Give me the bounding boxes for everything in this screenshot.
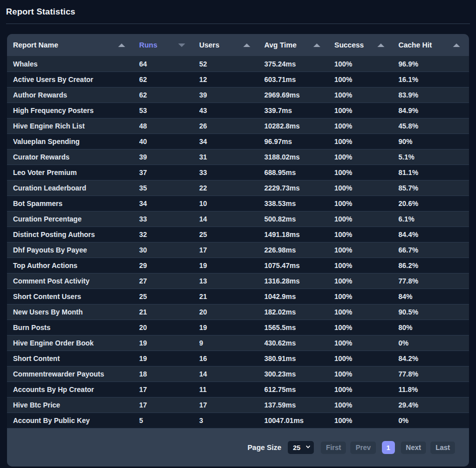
table-row[interactable]: Author Rewards 62 39 2969.69ms 100% 83.9… xyxy=(7,87,469,102)
cell-report-name: Valueplan Spending xyxy=(13,138,139,146)
sort-asc-icon xyxy=(118,44,125,47)
table-row[interactable]: Commentrewarder Payouts 18 14 300.23ms 1… xyxy=(7,366,469,382)
cell-success: 100% xyxy=(334,246,398,254)
column-header-runs[interactable]: Runs xyxy=(139,34,199,56)
current-page-button[interactable]: 1 xyxy=(382,441,395,454)
cell-avg-time: 339.7ms xyxy=(264,106,334,114)
cell-users: 43 xyxy=(199,106,264,114)
cell-success: 100% xyxy=(334,200,398,208)
sort-asc-icon xyxy=(243,44,250,47)
cell-cache-hit: 20.6% xyxy=(398,200,469,208)
cell-report-name: Curation Leaderboard xyxy=(13,184,139,192)
cell-avg-time: 10047.01ms xyxy=(264,416,334,424)
cell-users: 31 xyxy=(199,153,264,161)
cell-users: 3 xyxy=(199,416,264,424)
column-header-report-name[interactable]: Report Name xyxy=(13,34,139,56)
cell-report-name: Top Author Actions xyxy=(13,262,139,270)
column-label: Report Name xyxy=(13,41,58,49)
table-body: Whales 64 52 375.24ms 100% 96.9% Active … xyxy=(7,56,469,428)
cell-cache-hit: 85.7% xyxy=(398,184,469,192)
table-row[interactable]: Accounts By Hp Creator 17 11 612.75ms 10… xyxy=(7,382,469,397)
table-row[interactable]: Hive Engine Order Book 19 9 430.62ms 100… xyxy=(7,335,469,350)
cell-cache-hit: 84.9% xyxy=(398,106,469,114)
cell-report-name: Short Content xyxy=(13,354,139,362)
cell-avg-time: 2229.73ms xyxy=(264,184,334,192)
table-row[interactable]: Hive Engine Rich List 48 26 10282.8ms 10… xyxy=(7,118,469,134)
cell-report-name: Bot Spammers xyxy=(13,200,139,208)
cell-avg-time: 96.97ms xyxy=(264,138,334,146)
cell-avg-time: 1042.9ms xyxy=(264,292,334,300)
cell-success: 100% xyxy=(334,76,398,84)
cell-report-name: High Frequency Posters xyxy=(13,106,139,114)
table-row[interactable]: Curator Rewards 39 31 3188.02ms 100% 5.1… xyxy=(7,149,469,164)
table-row[interactable]: Active Users By Creator 62 12 603.71ms 1… xyxy=(7,72,469,87)
cell-report-name: Distinct Posting Authors xyxy=(13,230,139,238)
cell-users: 16 xyxy=(199,354,264,362)
table-row[interactable]: Burn Posts 20 19 1565.5ms 100% 80% xyxy=(7,320,469,335)
cell-success: 100% xyxy=(334,386,398,394)
column-header-success[interactable]: Success xyxy=(334,34,398,56)
table-row[interactable]: Bot Spammers 34 10 338.53ms 100% 20.6% xyxy=(7,196,469,211)
first-page-button[interactable]: First xyxy=(321,442,346,454)
cell-cache-hit: 6.1% xyxy=(398,215,469,223)
table-row[interactable]: Dhf Payouts By Payee 30 17 226.98ms 100%… xyxy=(7,242,469,258)
table-row[interactable]: Top Author Actions 29 19 1075.47ms 100% … xyxy=(7,258,469,273)
table-row[interactable]: Curation Leaderboard 35 22 2229.73ms 100… xyxy=(7,180,469,196)
table-row[interactable]: Hive Btc Price 17 17 137.59ms 100% 29.4% xyxy=(7,397,469,412)
table-row[interactable]: Comment Post Activity 27 13 1316.28ms 10… xyxy=(7,273,469,288)
column-label: Success xyxy=(334,41,364,49)
report-statistics-table: Report Name Runs Users Avg Time Success … xyxy=(7,34,469,466)
table-row[interactable]: Whales 64 52 375.24ms 100% 96.9% xyxy=(7,56,469,72)
table-row[interactable]: Account By Public Key 5 3 10047.01ms 100… xyxy=(7,412,469,428)
table-row[interactable]: Short Content 19 16 380.91ms 100% 84.2% xyxy=(7,350,469,366)
cell-avg-time: 375.24ms xyxy=(264,60,334,68)
cell-success: 100% xyxy=(334,230,398,238)
column-header-users[interactable]: Users xyxy=(199,34,264,56)
table-row[interactable]: Curation Percentage 33 14 500.82ms 100% … xyxy=(7,211,469,226)
cell-report-name: Author Rewards xyxy=(13,91,139,99)
table-row[interactable]: Distinct Posting Authors 32 25 1491.18ms… xyxy=(7,226,469,242)
cell-success: 100% xyxy=(334,339,398,347)
cell-users: 17 xyxy=(199,246,264,254)
column-header-cache-hit[interactable]: Cache Hit xyxy=(398,34,469,56)
table-row[interactable]: Short Content Users 25 21 1042.9ms 100% … xyxy=(7,288,469,304)
table-row[interactable]: High Frequency Posters 53 43 339.7ms 100… xyxy=(7,102,469,118)
cell-avg-time: 688.95ms xyxy=(264,168,334,176)
column-label: Avg Time xyxy=(264,41,296,49)
column-label: Runs xyxy=(139,41,157,49)
table-row[interactable]: Valueplan Spending 40 34 96.97ms 100% 90… xyxy=(7,134,469,149)
cell-report-name: Hive Engine Rich List xyxy=(13,122,139,130)
cell-runs: 29 xyxy=(139,262,199,270)
last-page-button[interactable]: Last xyxy=(430,442,455,454)
cell-cache-hit: 0% xyxy=(398,416,469,424)
cell-runs: 30 xyxy=(139,246,199,254)
cell-avg-time: 380.91ms xyxy=(264,354,334,362)
cell-report-name: Account By Public Key xyxy=(13,416,139,424)
sort-asc-icon xyxy=(453,44,460,47)
cell-runs: 19 xyxy=(139,354,199,362)
cell-users: 34 xyxy=(199,138,264,146)
cell-users: 52 xyxy=(199,60,264,68)
cell-avg-time: 3188.02ms xyxy=(264,153,334,161)
cell-cache-hit: 77.8% xyxy=(398,370,469,378)
cell-success: 100% xyxy=(334,168,398,176)
cell-users: 25 xyxy=(199,230,264,238)
cell-users: 14 xyxy=(199,370,264,378)
page-size-select[interactable]: 25 xyxy=(288,441,314,454)
cell-success: 100% xyxy=(334,262,398,270)
cell-avg-time: 2969.69ms xyxy=(264,91,334,99)
next-page-button[interactable]: Next xyxy=(401,442,426,454)
prev-page-button[interactable]: Prev xyxy=(350,442,375,454)
title-divider xyxy=(6,24,470,24)
cell-success: 100% xyxy=(334,138,398,146)
cell-cache-hit: 84.2% xyxy=(398,354,469,362)
column-header-avg-time[interactable]: Avg Time xyxy=(264,34,334,56)
table-row[interactable]: Leo Voter Premium 37 33 688.95ms 100% 81… xyxy=(7,164,469,180)
cell-cache-hit: 84% xyxy=(398,292,469,300)
page-size-select-wrap: 25 xyxy=(288,441,314,454)
cell-users: 26 xyxy=(199,122,264,130)
cell-avg-time: 300.23ms xyxy=(264,370,334,378)
sort-asc-icon xyxy=(313,44,320,47)
table-row[interactable]: New Users By Month 21 20 182.02ms 100% 9… xyxy=(7,304,469,320)
cell-users: 20 xyxy=(199,308,264,316)
